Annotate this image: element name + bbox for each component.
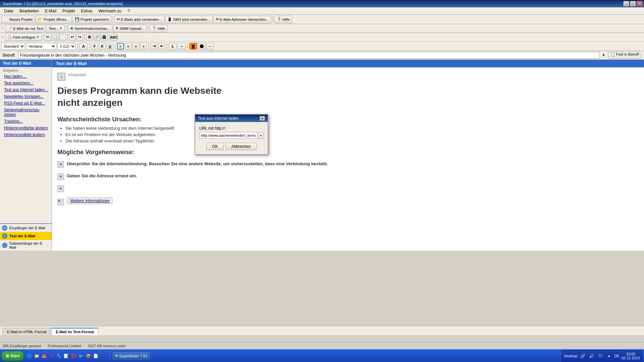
list-ol-button[interactable]: 1. bbox=[169, 43, 177, 50]
sidebar-item-bgimage[interactable]: Hintergrundbild ändern bbox=[0, 131, 52, 138]
cut-button[interactable]: ✂ bbox=[45, 34, 51, 41]
sidebar-item-load-internet[interactable]: Text aus Internet laden... bbox=[0, 86, 52, 93]
minimize-button[interactable]: – bbox=[623, 1, 629, 6]
menu-wechseln[interactable]: Wechseln zu bbox=[96, 8, 124, 14]
tab-html[interactable]: E-Mail im HTML-Format bbox=[3, 328, 51, 335]
open-icon: 📂 bbox=[38, 17, 43, 21]
dialog-ok-button[interactable]: OK bbox=[206, 143, 223, 150]
align-justify-button[interactable]: ≡ bbox=[140, 43, 147, 50]
solutions-heading: Mögliche Vorgehensweise: bbox=[57, 149, 639, 156]
menu-help[interactable]: ? bbox=[125, 8, 132, 14]
title-bar: SuperMailer 7.51 [281113_newsletter.smp;… bbox=[0, 0, 644, 7]
color2-button[interactable]: ⬤ bbox=[198, 43, 205, 50]
taskbar-opera[interactable]: ⭕ bbox=[70, 353, 77, 359]
tray-network[interactable]: 🔗 bbox=[580, 353, 586, 359]
merge-preview-button[interactable]: 👁 Serienmailvorschau... bbox=[68, 25, 113, 32]
taskbar-thunderbird[interactable]: 🐦 bbox=[77, 353, 84, 359]
table-button[interactable]: ⊞ bbox=[86, 34, 93, 41]
move-handle2: ⠿ bbox=[1, 35, 4, 39]
language-indicator: DE bbox=[614, 354, 620, 358]
text-button[interactable]: Text... ▼ bbox=[46, 25, 64, 32]
nav-recipients[interactable]: ✉ Empfänger der E-Mail bbox=[0, 224, 52, 232]
menu-projekt[interactable]: Projekt bbox=[60, 8, 77, 14]
taskbar-util2[interactable]: 📝 bbox=[63, 353, 69, 359]
field-in-subject-button[interactable]: 📋 Feld in Betreff bbox=[608, 52, 641, 59]
tray-up[interactable]: ▲ bbox=[606, 353, 612, 359]
send-sms-button[interactable]: 📱 SMS jetzt versenden... bbox=[165, 16, 213, 23]
insert-field-button[interactable]: 📋 Feld einfügen ▼ bbox=[5, 34, 42, 41]
tab-text[interactable]: E-Mail im Text-Format bbox=[51, 328, 98, 335]
outdent-button[interactable]: ⇤ bbox=[158, 43, 165, 50]
taskbar-acrobat[interactable]: 📄 bbox=[92, 353, 99, 359]
open-project-button[interactable]: 📂 Projekt öffnen... bbox=[36, 16, 72, 23]
close-button[interactable]: ✕ bbox=[637, 1, 643, 6]
taskbar-util3[interactable]: 📦 bbox=[85, 353, 92, 359]
new-project-button[interactable]: 📄 Neues Projekt bbox=[1, 16, 35, 23]
dialog-url-dropdown[interactable]: ▼ bbox=[258, 132, 264, 139]
causes-heading: Wahrscheinlichste Ursachen: bbox=[57, 116, 639, 123]
nav-attachments[interactable]: 📎 Dateianhänge der E-Mail bbox=[0, 240, 52, 251]
paste-button[interactable]: 📄 bbox=[59, 34, 66, 41]
taskbar-explorer[interactable]: 📁 bbox=[33, 353, 40, 359]
menu-datei[interactable]: Datei bbox=[1, 8, 16, 14]
size-select[interactable]: 3 (12) bbox=[57, 43, 76, 50]
copy-button[interactable]: 📋 bbox=[52, 34, 59, 41]
list-ul-button[interactable]: • bbox=[178, 43, 186, 50]
nav-email-text[interactable]: T Text der E-Mail bbox=[0, 232, 52, 240]
help2-button[interactable]: ❓ Hilfe bbox=[150, 25, 167, 32]
sidebar-item-bgcolor[interactable]: Hintergrundfarbe ändern bbox=[0, 125, 52, 131]
sidebar-item-preview[interactable]: Serienmailvorschau zeigen bbox=[0, 107, 52, 118]
bold-button[interactable]: F bbox=[91, 43, 98, 50]
sidebar-item-templates[interactable]: Newsletter-Vorlagen... bbox=[0, 93, 52, 100]
link-button[interactable]: 🔗 bbox=[94, 34, 100, 41]
taskbar-supermailer-window[interactable]: ✉ SuperMailer 7.51 bbox=[112, 352, 150, 360]
solution-2-item: ✕ Geben Sie die Adresse erneut ein. bbox=[57, 173, 639, 180]
subject-input[interactable] bbox=[18, 52, 599, 59]
redo-button[interactable]: ↪ bbox=[76, 34, 83, 41]
indent-button[interactable]: ⇥ bbox=[151, 43, 157, 50]
tray-sound[interactable]: 🔊 bbox=[588, 353, 595, 359]
undo-button[interactable]: ↩ bbox=[69, 34, 76, 41]
swm-upload-button[interactable]: ⬆ SWM Upload... bbox=[113, 25, 147, 32]
help-button[interactable]: ❓ Hilfe bbox=[274, 16, 292, 23]
send-emails-button[interactable]: ✉ E-Mails jetzt versenden... bbox=[114, 16, 165, 23]
menu-bearbeiten[interactable]: Bearbeiten bbox=[17, 8, 42, 14]
sidebar-item-tracking[interactable]: Tracking... bbox=[0, 118, 52, 125]
dialog-close-button[interactable]: ✕ bbox=[260, 116, 265, 121]
underline-button[interactable]: U bbox=[107, 43, 113, 50]
ruler-button[interactable]: ─ bbox=[206, 43, 214, 50]
tray-antivirus[interactable]: 🛡 bbox=[597, 353, 604, 359]
dialog-url-input[interactable] bbox=[199, 132, 258, 139]
email-as-text-button[interactable]: 📝 E-Mail als nur Text bbox=[5, 25, 46, 32]
align-right-button[interactable]: ≡ bbox=[132, 43, 139, 50]
taskbar-avira[interactable]: 🛡 bbox=[100, 353, 106, 359]
font-color-button[interactable]: A bbox=[79, 43, 88, 50]
solution-2-icon: ✕ bbox=[57, 173, 64, 180]
check-emails-button[interactable]: ✉ E-Mail-Adressen überprüfen... bbox=[213, 16, 271, 23]
sidebar-item-save[interactable]: Text speichern... bbox=[0, 80, 52, 86]
menu-extras[interactable]: Extras bbox=[78, 8, 95, 14]
save-project-button[interactable]: 💾 Projekt speichern bbox=[72, 16, 111, 23]
align-center-button[interactable]: ≡ bbox=[125, 43, 131, 50]
taskbar-firefox[interactable]: 🦊 bbox=[41, 353, 47, 359]
italic-button[interactable]: K bbox=[99, 43, 106, 50]
font-select[interactable]: Verdana bbox=[26, 43, 56, 50]
sep1 bbox=[113, 16, 113, 23]
start-button[interactable]: ⊞ Start bbox=[1, 351, 24, 361]
taskbar-util1[interactable]: 🔧 bbox=[55, 353, 62, 359]
style-select[interactable]: Standard bbox=[1, 43, 25, 50]
menu-email[interactable]: E-Mail bbox=[42, 8, 59, 14]
image-button[interactable]: 🖼 bbox=[101, 34, 108, 41]
taskbar-supermailer[interactable]: ⚙ bbox=[48, 353, 55, 359]
sidebar-item-reload[interactable]: Neu laden.... bbox=[0, 73, 52, 80]
align-left-button[interactable]: ≡ bbox=[117, 43, 124, 50]
spell-button[interactable]: ABC bbox=[111, 34, 117, 41]
color1-button[interactable]: ▓ bbox=[190, 43, 197, 50]
more-info-link[interactable]: Weitere Informationen bbox=[67, 197, 113, 204]
dialog-cancel-button[interactable]: Abbrechen bbox=[226, 143, 257, 150]
sidebar-item-rss[interactable]: RSS-Feed als E-Mail... bbox=[0, 100, 52, 107]
main-area: Text der E-Mail Aufgaben Neu laden.... T… bbox=[0, 60, 644, 251]
check-icon: ✉ bbox=[216, 17, 219, 21]
maximize-button[interactable]: □ bbox=[630, 1, 636, 6]
taskbar-ie[interactable]: 🌐 bbox=[26, 353, 33, 359]
